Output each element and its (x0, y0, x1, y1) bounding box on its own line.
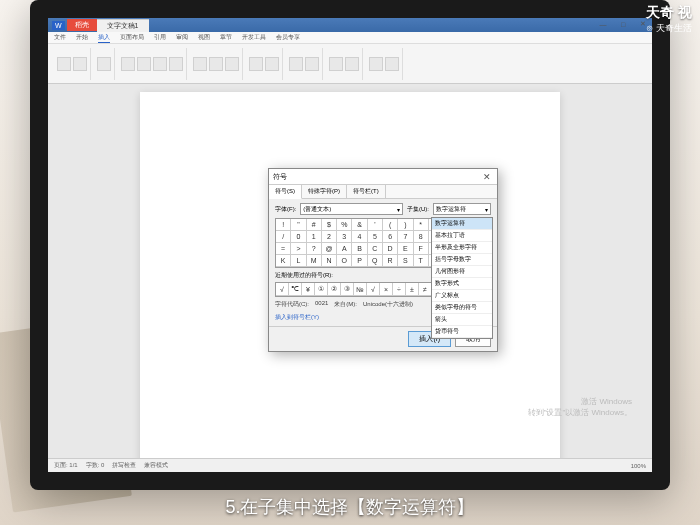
char-cell[interactable]: T (414, 255, 429, 267)
subset-option[interactable]: 数字运算符 (432, 218, 492, 230)
maximize-icon[interactable]: □ (614, 18, 632, 30)
ribbon-bookmark-icon[interactable] (345, 57, 359, 71)
char-cell[interactable]: # (307, 219, 322, 231)
recent-char[interactable]: √ (367, 283, 380, 296)
char-cell[interactable]: M (307, 255, 322, 267)
subset-option[interactable]: 广义标点 (432, 290, 492, 302)
subset-select[interactable]: 数字运算符▾ (433, 203, 491, 215)
subset-option[interactable]: 基本拉丁语 (432, 230, 492, 242)
char-cell[interactable]: R (383, 255, 398, 267)
char-cell[interactable]: O (337, 255, 352, 267)
char-cell[interactable]: 4 (352, 231, 367, 243)
char-cell[interactable]: & (352, 219, 367, 231)
menu-sections[interactable]: 章节 (220, 33, 232, 42)
recent-char[interactable]: ÷ (393, 283, 406, 296)
minimize-icon[interactable]: — (594, 18, 612, 30)
recent-char[interactable]: ① (315, 283, 328, 296)
ribbon-textbox-icon[interactable] (249, 57, 263, 71)
ribbon-pagenum-icon[interactable] (225, 57, 239, 71)
dialog-close-icon[interactable]: ✕ (481, 171, 493, 183)
menu-file[interactable]: 文件 (54, 33, 66, 42)
tab-home[interactable]: 稻壳 (67, 19, 97, 31)
ribbon-symbol-icon[interactable] (289, 57, 303, 71)
menu-references[interactable]: 引用 (154, 33, 166, 42)
char-cell[interactable]: K (276, 255, 291, 267)
char-cell[interactable]: 7 (398, 231, 413, 243)
char-cell[interactable]: A (337, 243, 352, 255)
recent-char[interactable]: № (354, 283, 367, 296)
tab-symbolbar[interactable]: 符号栏(T) (347, 185, 386, 198)
subset-option[interactable]: 几何图形符 (432, 266, 492, 278)
ribbon-header-icon[interactable] (193, 57, 207, 71)
char-cell[interactable]: 5 (368, 231, 383, 243)
char-cell[interactable]: > (291, 243, 306, 255)
char-cell[interactable]: = (276, 243, 291, 255)
subset-option[interactable]: 数字形式 (432, 278, 492, 290)
ribbon-equation-icon[interactable] (305, 57, 319, 71)
menu-insert[interactable]: 插入 (98, 33, 110, 43)
tab-symbols[interactable]: 符号(S) (269, 185, 302, 199)
recent-char[interactable]: ± (406, 283, 419, 296)
char-cell[interactable]: ( (383, 219, 398, 231)
ribbon-attach-icon[interactable] (385, 57, 399, 71)
menu-home[interactable]: 开始 (76, 33, 88, 42)
char-cell[interactable]: $ (322, 219, 337, 231)
ribbon-footer-icon[interactable] (209, 57, 223, 71)
char-cell[interactable]: D (383, 243, 398, 255)
char-cell[interactable]: Q (368, 255, 383, 267)
char-cell[interactable]: P (352, 255, 367, 267)
ribbon-table-icon[interactable] (97, 57, 111, 71)
char-cell[interactable]: S (398, 255, 413, 267)
tab-special[interactable]: 特殊字符(P) (302, 185, 347, 198)
char-cell[interactable]: E (398, 243, 413, 255)
char-cell[interactable]: % (337, 219, 352, 231)
recent-char[interactable]: ② (328, 283, 341, 296)
subset-option[interactable]: 货币符号 (432, 326, 492, 338)
char-cell[interactable]: B (352, 243, 367, 255)
ribbon-blank-icon[interactable] (73, 57, 87, 71)
char-cell[interactable]: 8 (414, 231, 429, 243)
ribbon-cover-icon[interactable] (57, 57, 71, 71)
char-cell[interactable]: F (414, 243, 429, 255)
tab-document[interactable]: 文字文稿1 (97, 19, 149, 32)
char-cell[interactable]: " (291, 219, 306, 231)
char-cell[interactable]: 2 (322, 231, 337, 243)
char-cell[interactable]: @ (322, 243, 337, 255)
subset-option[interactable]: 箭头 (432, 314, 492, 326)
status-zoom[interactable]: 100% (631, 463, 646, 469)
menu-review[interactable]: 审阅 (176, 33, 188, 42)
char-cell[interactable]: ? (307, 243, 322, 255)
subset-dropdown[interactable]: 数字运算符基本拉丁语半形及全形字符括号字母数字几何图形符数字形式广义标点类似字母… (431, 217, 493, 339)
char-cell[interactable]: 6 (383, 231, 398, 243)
font-select[interactable]: (普通文本)▾ (300, 203, 403, 215)
char-cell[interactable]: 0 (291, 231, 306, 243)
char-cell[interactable]: C (368, 243, 383, 255)
ribbon-chart-icon[interactable] (169, 57, 183, 71)
char-cell[interactable]: ) (398, 219, 413, 231)
char-cell[interactable]: ! (276, 219, 291, 231)
char-cell[interactable]: 1 (307, 231, 322, 243)
recent-char[interactable]: √ (276, 283, 289, 296)
subset-option[interactable]: 括号字母数字 (432, 254, 492, 266)
ribbon-object-icon[interactable] (369, 57, 383, 71)
char-cell[interactable]: N (322, 255, 337, 267)
menu-member[interactable]: 会员专享 (276, 33, 300, 42)
recent-char[interactable]: × (380, 283, 393, 296)
subset-option[interactable]: 类似字母的符号 (432, 302, 492, 314)
ribbon-hyperlink-icon[interactable] (329, 57, 343, 71)
menu-view[interactable]: 视图 (198, 33, 210, 42)
recent-char[interactable]: ③ (341, 283, 354, 296)
ribbon-picture-icon[interactable] (121, 57, 135, 71)
recent-char[interactable]: ¥ (302, 283, 315, 296)
subset-option[interactable]: 半形及全形字符 (432, 242, 492, 254)
char-cell[interactable]: / (276, 231, 291, 243)
menu-layout[interactable]: 页面布局 (120, 33, 144, 42)
char-cell[interactable]: * (414, 219, 429, 231)
char-cell[interactable]: ' (368, 219, 383, 231)
ribbon-wordart-icon[interactable] (265, 57, 279, 71)
recent-char[interactable]: ℃ (289, 283, 302, 296)
ribbon-shape-icon[interactable] (137, 57, 151, 71)
menu-devtools[interactable]: 开发工具 (242, 33, 266, 42)
char-cell[interactable]: L (291, 255, 306, 267)
ribbon-icon-icon[interactable] (153, 57, 167, 71)
